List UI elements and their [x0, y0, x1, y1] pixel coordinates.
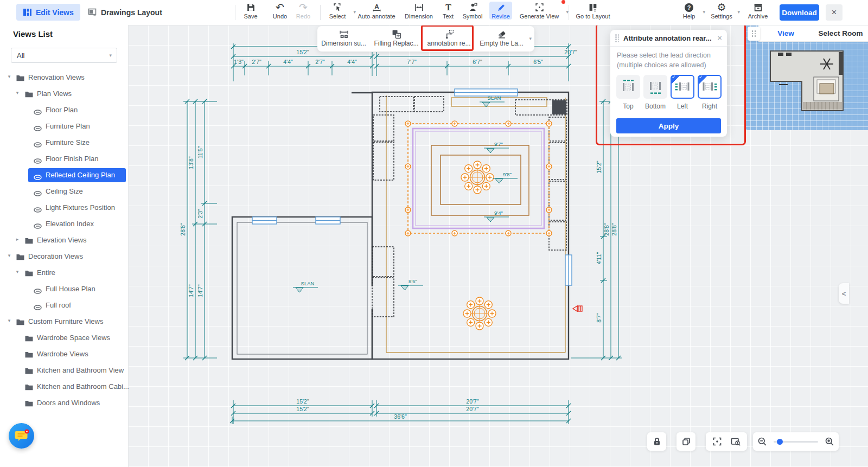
zoom-slider-handle[interactable]: [777, 439, 783, 445]
tab-label: Edit Views: [36, 8, 74, 17]
sidebar-item-label: Elevation Index: [46, 220, 94, 228]
auto-annotate-button[interactable]: A Auto-annotate: [353, 2, 400, 20]
app-window: SLAN 9'7" 9'8" 9'4" SLAN 8'6" 15'2" 20'7…: [0, 0, 868, 467]
lock-view-button[interactable]: [647, 432, 666, 451]
go-to-layout-button[interactable]: Go to Layout: [572, 2, 614, 20]
caret-right-icon[interactable]: ▸: [15, 236, 20, 242]
fit-to-center-button[interactable]: [708, 432, 726, 451]
tab-drawings-layout[interactable]: Drawings Layout: [81, 4, 169, 21]
tool-label: Select: [323, 13, 352, 20]
tool-label: Redo: [291, 13, 315, 20]
gear-icon: ⚙: [707, 2, 736, 13]
zoom-slider[interactable]: [774, 441, 818, 443]
tab-edit-views[interactable]: Edit Views: [16, 4, 80, 21]
option-right[interactable]: ✓: [698, 75, 722, 99]
empty-layer-button[interactable]: Empty the La...: [475, 28, 528, 47]
view-tools-group: [706, 432, 747, 451]
zoom-area-icon: [731, 437, 741, 446]
copy-icon: [681, 437, 691, 446]
sidebar-item-doors-and-windows[interactable]: Doors and Windows: [0, 395, 128, 411]
option-bottom[interactable]: [643, 75, 667, 99]
undo-button[interactable]: ↶ Undo: [268, 2, 292, 20]
duplicate-view-button[interactable]: [676, 432, 695, 451]
generate-view-button[interactable]: Generate View ▾: [515, 2, 563, 20]
drag-handle-icon[interactable]: [615, 34, 620, 42]
sidebar-item-furniture-size[interactable]: Furniture Size: [0, 135, 128, 151]
download-button[interactable]: Download: [780, 4, 819, 21]
archive-button[interactable]: Archive: [744, 2, 771, 20]
sidebar-item-elevation-index[interactable]: Elevation Index: [0, 216, 128, 232]
sidebar-item-entire[interactable]: ▾ Entire: [0, 265, 128, 281]
views-filter-select[interactable]: All ▾: [11, 48, 117, 63]
tool-label: Generate View: [515, 13, 563, 20]
sidebar-item-light-fixtures-position[interactable]: Light Fixtures Position: [0, 200, 128, 216]
sidebar-item-custom-furniture-views[interactable]: ▾ Custom Furniture Views: [0, 314, 128, 330]
sidebar-item-ceiling-size[interactable]: Ceiling Size: [0, 183, 128, 200]
sidebar-item-plan-views[interactable]: ▾ Plan Views: [0, 86, 128, 102]
chevron-down-icon[interactable]: ▾: [737, 9, 740, 15]
folder-icon: [16, 74, 25, 81]
close-icon[interactable]: ×: [717, 33, 722, 42]
views-list-panel: Views List All ▾ ▾ Renovation Views ▾ Pl…: [0, 25, 129, 467]
sidebar-item-wardrobe-space-views[interactable]: Wardrobe Space Views: [0, 330, 128, 346]
zoom-out-button[interactable]: [753, 432, 771, 451]
chevron-down-icon[interactable]: ▾: [529, 36, 532, 41]
tool-label: Dimension: [401, 13, 436, 20]
annotation-rearrange-button[interactable]: annotation re...: [423, 28, 475, 47]
sidebar-item-floor-plan[interactable]: Floor Plan: [0, 102, 128, 118]
option-labels: Top Bottom Left Right: [616, 101, 722, 110]
caret-down-icon[interactable]: ▾: [15, 90, 20, 95]
dimension-summary-button[interactable]: Dimension su...: [317, 28, 370, 47]
sidebar-item-elevation-views[interactable]: ▸ Elevation Views: [0, 232, 128, 248]
caret-down-icon[interactable]: ▾: [7, 253, 12, 258]
folder-icon: [25, 236, 34, 244]
caret-down-icon[interactable]: ▾: [7, 74, 12, 79]
generate-view-icon: [515, 2, 563, 13]
filling-replace-button[interactable]: Filling Replac...: [370, 28, 423, 47]
settings-button[interactable]: ⚙ Settings ▾: [707, 2, 736, 20]
redo-button[interactable]: ↷ Redo: [291, 2, 315, 20]
minimap-panel[interactable]: View Select Room: [744, 25, 868, 130]
zoom-to-region-button[interactable]: [726, 432, 745, 451]
focus-icon: [712, 437, 722, 446]
text-tool-button[interactable]: T Text: [438, 2, 458, 20]
chevron-down-icon[interactable]: ▾: [703, 9, 705, 15]
apply-button[interactable]: Apply: [616, 118, 721, 133]
sidebar-item-decoration-views[interactable]: ▾ Decoration Views: [0, 248, 128, 265]
sidebar-item-floor-finish-plan[interactable]: Floor Finish Plan: [0, 151, 128, 167]
view-link-icon: [34, 107, 42, 114]
undo-icon: ↶: [268, 2, 292, 13]
sidebar-item-kitchen-and-bathroom-cabinet[interactable]: Kitchen and Bathroom Cabi...: [0, 379, 128, 395]
attribute-annotation-dialog: Attribute annotation rear... × Please se…: [610, 30, 727, 137]
text-icon: T: [438, 2, 458, 13]
sidebar-item-label: Full House Plan: [46, 285, 95, 293]
close-icon[interactable]: ×: [826, 4, 843, 21]
option-left[interactable]: ✓: [671, 75, 694, 99]
support-chat-button[interactable]: [9, 423, 34, 449]
sidebar-item-full-roof[interactable]: Full roof: [0, 297, 128, 314]
sidebar-item-renovation-views[interactable]: ▾ Renovation Views: [0, 69, 128, 86]
dimension-tool-button[interactable]: Dimension: [401, 2, 436, 20]
folder-icon: [25, 90, 34, 97]
caret-down-icon[interactable]: ▾: [15, 269, 20, 274]
view-link-icon: [34, 221, 42, 228]
sidebar-item-wardrobe-views[interactable]: Wardrobe Views: [0, 346, 128, 362]
symbol-tool-button[interactable]: Symbol: [459, 2, 486, 20]
revise-tool-button[interactable]: Revise: [489, 2, 512, 20]
sidebar-item-furniture-plan[interactable]: Furniture Plan: [0, 118, 128, 135]
redo-icon: ↷: [291, 2, 315, 13]
sidebar-item-kitchen-and-bathroom-view[interactable]: Kitchen and Bathroom View: [0, 362, 128, 379]
zoom-in-button[interactable]: [820, 432, 839, 451]
option-top[interactable]: [616, 75, 640, 99]
tool-label: Go to Layout: [572, 13, 614, 20]
help-button[interactable]: ? Help ▾: [677, 2, 701, 20]
filter-value: All: [17, 52, 24, 60]
sidebar-item-full-house-plan[interactable]: Full House Plan: [0, 281, 128, 297]
zoom-control-bar: [753, 432, 839, 451]
sidebar-item-reflected-ceiling-plan[interactable]: Reflected Ceiling Plan: [0, 167, 128, 183]
collapse-panel-button[interactable]: <: [839, 283, 849, 304]
select-tool-button[interactable]: Select ▾: [323, 2, 352, 20]
dialog-header[interactable]: Attribute annotation rear... ×: [610, 30, 727, 47]
caret-down-icon[interactable]: ▾: [7, 318, 12, 323]
save-button[interactable]: Save: [239, 2, 263, 20]
